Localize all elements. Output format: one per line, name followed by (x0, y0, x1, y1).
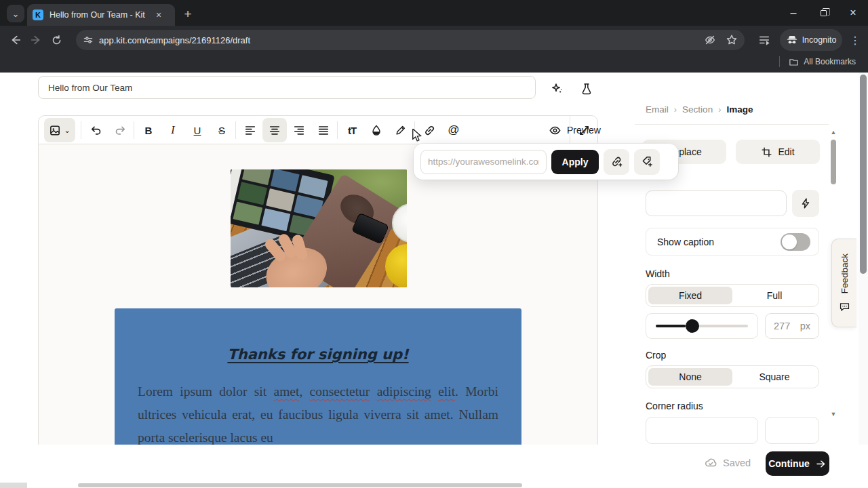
tab-close-icon[interactable]: × (153, 9, 165, 21)
redo-icon (114, 124, 127, 137)
redo-button[interactable] (108, 118, 132, 142)
divider (235, 121, 236, 139)
all-bookmarks-button[interactable]: All Bookmarks (779, 56, 856, 67)
width-slider[interactable] (646, 313, 758, 339)
divider (635, 124, 829, 125)
browser-tab[interactable]: K Hello from Our Team - Kit × (27, 4, 175, 26)
email-canvas[interactable]: Thanks for signing up! Lorem ipsum dolor… (38, 144, 598, 445)
text-size-button[interactable]: tT (340, 118, 364, 142)
horizontal-scrollbar-thumb[interactable] (78, 483, 522, 487)
divider (337, 121, 338, 139)
forward-button[interactable] (26, 30, 46, 50)
tab-search-button[interactable]: ⌄ (7, 5, 24, 22)
link-url-input[interactable] (420, 150, 547, 174)
ab-test-button[interactable] (579, 81, 594, 96)
corner-radius-slider[interactable] (646, 417, 758, 444)
divider (779, 56, 780, 67)
chevron-down-icon: ⌄ (64, 126, 70, 135)
divider (134, 121, 134, 139)
sidebar-scrollbar-thumb[interactable] (831, 140, 836, 184)
underline-button[interactable]: U (185, 118, 210, 142)
strikethrough-button[interactable]: S (210, 118, 234, 142)
align-left-button[interactable] (238, 118, 262, 142)
highlight-pen-button[interactable] (389, 118, 413, 142)
continue-button[interactable]: Continue (766, 451, 829, 476)
slider-thumb[interactable] (686, 319, 699, 333)
sidebar-scroll-down[interactable]: ▼ (829, 411, 838, 418)
email-blue-section[interactable]: Thanks for signing up! Lorem ipsum dolor… (115, 308, 521, 445)
text-color-button[interactable] (364, 118, 389, 142)
image-url-input[interactable] (646, 190, 787, 216)
reload-button[interactable] (46, 30, 66, 50)
window-close-button[interactable]: × (838, 0, 868, 26)
edit-image-button[interactable]: Edit (736, 140, 820, 164)
tab-title: Hello from Our Team - Kit (50, 10, 151, 20)
new-tab-button[interactable]: + (179, 5, 197, 23)
width-option-fixed[interactable]: Fixed (648, 287, 732, 304)
crop-option-square[interactable]: Square (732, 368, 816, 386)
browser-menu-button[interactable]: ⋮ (845, 30, 865, 50)
folder-icon (789, 57, 799, 67)
add-tag-link-button[interactable] (634, 149, 660, 175)
breadcrumb-section[interactable]: Section (682, 104, 713, 115)
insert-link-button[interactable] (604, 149, 629, 175)
editor-toolbar: ⌄ B I U S tT (38, 115, 598, 144)
underline-icon: U (194, 125, 201, 136)
subject-input[interactable] (38, 76, 536, 99)
page-scrollbar-thumb[interactable] (860, 75, 867, 274)
browser-toolbar: app.kit.com/campaigns/21691126/draft Inc… (0, 26, 868, 54)
crop-option-none[interactable]: None (648, 368, 732, 386)
width-option-full[interactable]: Full (732, 287, 816, 304)
reading-list-button[interactable] (754, 30, 774, 50)
align-center-button[interactable] (262, 118, 287, 142)
breadcrumb-sep-icon: › (718, 104, 721, 115)
italic-button[interactable]: I (161, 118, 185, 142)
align-right-icon (293, 124, 305, 136)
eye-off-icon[interactable] (704, 34, 716, 46)
saved-label: Saved (723, 458, 751, 468)
slider-fill (656, 325, 686, 327)
mention-button[interactable]: @ (441, 118, 466, 142)
chevron-down-icon: ⌄ (12, 9, 20, 19)
corner-radius-value-box[interactable] (765, 417, 819, 444)
bold-button[interactable]: B (136, 118, 161, 142)
expand-icon (578, 124, 591, 137)
breadcrumb-email[interactable]: Email (646, 104, 669, 115)
ai-assist-button[interactable] (549, 81, 564, 96)
align-right-button[interactable] (287, 118, 311, 142)
insert-image-button[interactable]: ⌄ (44, 118, 75, 142)
back-button[interactable] (5, 30, 26, 50)
horizontal-scrollbar[interactable] (0, 483, 868, 488)
undo-button[interactable] (83, 118, 108, 142)
auto-url-button[interactable] (792, 190, 819, 217)
corner-radius-label: Corner radius (646, 401, 703, 411)
bookmark-star-icon[interactable] (726, 34, 738, 46)
address-bar[interactable]: app.kit.com/campaigns/21691126/draft (76, 30, 745, 50)
window-restore-button[interactable] (808, 0, 838, 26)
footer-bar: Saved Continue (0, 445, 868, 483)
fullscreen-button[interactable] (570, 116, 598, 144)
email-paragraph: Lorem ipsum dolor sit amet, consectetur … (138, 380, 498, 445)
apply-link-button[interactable]: Apply (551, 150, 599, 174)
site-settings-icon[interactable] (83, 35, 94, 45)
kit-favicon-icon: K (33, 9, 43, 20)
window-minimize-button[interactable]: – (778, 0, 808, 26)
width-value-input[interactable] (774, 321, 797, 331)
mouse-cursor (411, 129, 423, 142)
align-justify-button[interactable] (311, 118, 336, 142)
align-left-icon (244, 124, 256, 136)
show-caption-toggle[interactable] (781, 233, 810, 251)
width-unit: px (800, 321, 810, 331)
email-image-block[interactable] (231, 169, 407, 287)
sidebar-scroll-up[interactable]: ▲ (829, 129, 838, 136)
slider-track[interactable] (656, 325, 748, 327)
crop-icon (761, 146, 772, 158)
browser-tab-strip: ⌄ K Hello from Our Team - Kit × + – × (0, 0, 868, 26)
dots-menu-icon: ⋮ (850, 34, 861, 47)
feedback-tab[interactable]: Feedback (831, 239, 856, 327)
width-segmented-control: Fixed Full (646, 284, 819, 307)
show-caption-label: Show caption (657, 237, 714, 247)
all-bookmarks-label: All Bookmarks (804, 57, 856, 66)
cloud-check-icon (704, 456, 717, 470)
pencil-icon (395, 124, 407, 136)
